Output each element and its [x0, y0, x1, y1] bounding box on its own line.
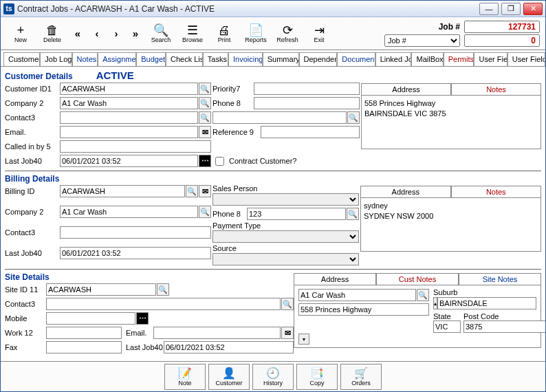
- billing-contact-field[interactable]: [60, 226, 211, 239]
- main-tab-invoicing[interactable]: Invoicing: [228, 52, 263, 66]
- site-mobile-more[interactable]: ⋯: [136, 312, 149, 325]
- state-field[interactable]: [433, 320, 461, 333]
- site-id-lookup[interactable]: 🔍: [157, 283, 169, 296]
- main-tab-dependen[interactable]: Dependen: [299, 52, 338, 66]
- customer-id-lookup[interactable]: 🔍: [199, 83, 211, 95]
- customer-ref-label: Reference 9: [212, 128, 261, 136]
- print-button[interactable]: 🖨Print: [209, 19, 239, 48]
- source-select[interactable]: [212, 253, 359, 265]
- customer-email-field[interactable]: [60, 126, 198, 138]
- nav-prev-button[interactable]: ‹: [88, 19, 106, 48]
- site-addr-dropdown[interactable]: ▾: [298, 334, 309, 345]
- main-tab-assignment[interactable]: Assignment: [98, 52, 136, 66]
- footer-orders-button[interactable]: 🛒Orders: [340, 364, 382, 390]
- main-tab-job-log[interactable]: Job Log: [40, 52, 72, 66]
- site-contact-field[interactable]: [46, 298, 281, 310]
- job-searchvalue-field[interactable]: [464, 34, 540, 47]
- suburb-field[interactable]: [437, 297, 536, 309]
- site-mobile-field[interactable]: [46, 312, 135, 325]
- billing-phone-field[interactable]: [247, 208, 346, 220]
- close-button[interactable]: ✕: [523, 3, 543, 15]
- main-tab-mailbox[interactable]: MailBox: [411, 52, 443, 66]
- billing-company-field[interactable]: [60, 206, 198, 218]
- footer-copy-button[interactable]: 📑Copy: [296, 364, 338, 390]
- nav-first-button[interactable]: «: [69, 19, 87, 48]
- customer-phone-field[interactable]: [254, 97, 360, 109]
- customer-calledin-field[interactable]: [60, 140, 211, 153]
- customer-company-lookup[interactable]: 🔍: [199, 97, 211, 109]
- browse-button[interactable]: ☰Browse: [177, 19, 208, 48]
- maximize-button[interactable]: ❐: [501, 3, 521, 15]
- person-icon: 👤: [222, 367, 236, 380]
- main-tab-summary[interactable]: Summary: [263, 52, 299, 66]
- refresh-button[interactable]: ⟳Refresh: [272, 19, 303, 48]
- main-tab-user-field[interactable]: User Field: [507, 52, 545, 66]
- main-tab-notes[interactable]: Notes: [72, 52, 98, 66]
- bill-address-tab[interactable]: Address: [360, 186, 451, 198]
- customer-contact-lookup[interactable]: 🔍: [199, 111, 211, 124]
- contract-customer-check[interactable]: Contract Customer?: [212, 155, 296, 168]
- customer-contact-field[interactable]: [60, 111, 198, 124]
- main-tab-permits[interactable]: Permits: [444, 52, 474, 66]
- customer-ref-field[interactable]: [261, 126, 360, 138]
- site-fax-field[interactable]: [46, 341, 122, 353]
- customer-lookup-btn[interactable]: 🔍: [347, 111, 360, 124]
- nav-last-button[interactable]: »: [127, 19, 144, 48]
- billing-id-field[interactable]: [60, 185, 185, 197]
- site-contact-lookup[interactable]: 🔍: [281, 298, 294, 310]
- suburb-label: Suburb: [433, 288, 536, 296]
- site-custnotes-tab[interactable]: Cust Notes: [376, 273, 459, 285]
- postcode-field[interactable]: [463, 320, 545, 333]
- customer-company-field[interactable]: [60, 97, 198, 109]
- billing-phone-lookup[interactable]: 🔍: [347, 208, 359, 220]
- site-addr-company[interactable]: [298, 289, 416, 301]
- billing-id-lookup[interactable]: 🔍: [186, 185, 198, 197]
- billing-id-mail[interactable]: ✉: [199, 185, 211, 197]
- main-tab-customer[interactable]: Customer: [3, 52, 40, 66]
- main-tab-document[interactable]: Document: [337, 52, 375, 66]
- minimize-button[interactable]: —: [479, 3, 499, 15]
- site-email-btn[interactable]: ✉: [281, 327, 294, 339]
- site-lastjob-field[interactable]: [164, 341, 294, 353]
- customer-email-button[interactable]: ✉: [199, 126, 211, 138]
- next-icon: ›: [115, 28, 118, 39]
- bill-notes-tab[interactable]: Notes: [451, 186, 542, 198]
- delete-button[interactable]: 🗑Delete: [37, 19, 67, 48]
- jobnum-field[interactable]: [464, 21, 540, 33]
- customer-lastjob-more[interactable]: ⋯: [199, 155, 211, 167]
- customer-lastjob-field[interactable]: [60, 155, 198, 167]
- reports-button[interactable]: 📄Reports: [241, 19, 271, 48]
- customer-priority-field[interactable]: [254, 83, 360, 95]
- payment-type-select[interactable]: [212, 230, 359, 243]
- footer-note-button[interactable]: 📝Note: [164, 364, 206, 390]
- sales-person-select[interactable]: [212, 193, 359, 206]
- site-addr-line1[interactable]: [298, 303, 429, 316]
- billing-company-lookup[interactable]: 🔍: [199, 206, 211, 218]
- main-tab-user-fie[interactable]: User Fie: [474, 52, 507, 66]
- billing-lastjob-field[interactable]: [60, 247, 211, 259]
- site-id-field[interactable]: [46, 283, 156, 296]
- new-button[interactable]: +New: [6, 19, 36, 48]
- customer-id-field[interactable]: [60, 83, 198, 95]
- search-button[interactable]: 🔍Search: [146, 19, 176, 48]
- main-tab-budget[interactable]: Budget: [136, 52, 166, 66]
- customer-contact-label: Contact3: [5, 113, 60, 122]
- main-tab-tasks[interactable]: Tasks: [203, 52, 228, 66]
- customer-details-header: Customer Details: [5, 71, 73, 82]
- footer-customer-button[interactable]: 👤Customer: [208, 364, 250, 390]
- main-tab-linked-jo[interactable]: Linked Jo: [375, 52, 412, 66]
- site-address-tab[interactable]: Address: [294, 273, 376, 285]
- site-email-field[interactable]: [153, 327, 281, 339]
- exit-button[interactable]: ⇥Exit: [304, 19, 334, 48]
- main-tab-check-lis[interactable]: Check Lis: [166, 52, 203, 66]
- billing-phone-label: Phone 8: [212, 210, 247, 218]
- site-work-field[interactable]: [46, 327, 122, 339]
- nav-next-button[interactable]: ›: [107, 19, 125, 48]
- site-sitenotes-tab[interactable]: Site Notes: [459, 273, 541, 285]
- site-addr-company-lookup[interactable]: 🔍: [417, 289, 429, 301]
- footer-history-button[interactable]: 🕘History: [252, 364, 294, 390]
- cust-address-tab[interactable]: Address: [361, 83, 451, 96]
- cust-notes-tab[interactable]: Notes: [451, 83, 541, 96]
- customer-lookup-field[interactable]: [212, 111, 347, 124]
- job-searchkey-select[interactable]: Job #: [384, 34, 460, 47]
